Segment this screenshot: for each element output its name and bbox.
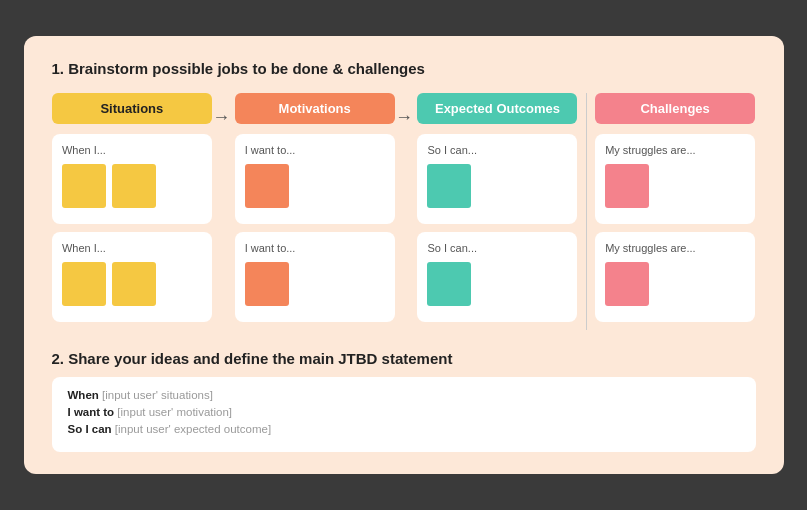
card-outcomes-1: So I can... xyxy=(417,134,577,224)
sticky-pink-1 xyxy=(605,164,649,208)
sticky-orange-1 xyxy=(245,164,289,208)
sticky-yellow-3 xyxy=(62,262,106,306)
header-expected-outcomes: Expected Outcomes xyxy=(417,93,577,124)
arrow-1-container: → xyxy=(212,93,234,128)
arrow-1-icon: → xyxy=(212,107,230,128)
header-motivations: Motivations xyxy=(235,93,395,124)
card-motivations-1: I want to... xyxy=(235,134,395,224)
stickies-outcomes-1 xyxy=(427,164,567,208)
column-situations: Situations When I... When I... xyxy=(52,93,213,330)
sticky-orange-2 xyxy=(245,262,289,306)
stickies-challenges-1 xyxy=(605,164,745,208)
section2-title: 2. Share your ideas and define the main … xyxy=(52,350,756,367)
column-motivations: Motivations I want to... I want to... xyxy=(234,93,395,330)
sticky-yellow-1 xyxy=(62,164,106,208)
stickies-motivations-2 xyxy=(245,262,385,306)
card-situations-1: When I... xyxy=(52,134,212,224)
arrow-2-icon: → xyxy=(395,107,413,128)
card-outcomes-2: So I can... xyxy=(417,232,577,322)
sticky-teal-2 xyxy=(427,262,471,306)
column-expected-outcomes: Expected Outcomes So I can... So I can..… xyxy=(417,93,578,330)
sticky-pink-2 xyxy=(605,262,649,306)
jtbd-when-placeholder: [input user' situations] xyxy=(102,389,213,401)
sticky-yellow-2 xyxy=(112,164,156,208)
card-label-outcomes-1: So I can... xyxy=(427,144,567,156)
jtbd-line-soican: So I can [input user' expected outcome] xyxy=(68,423,740,435)
jtbd-when-bold: When xyxy=(68,389,99,401)
stickies-situations-2 xyxy=(62,262,202,306)
brainstorm-area: Situations When I... When I... → xyxy=(52,93,756,330)
card-label-motivations-2: I want to... xyxy=(245,242,385,254)
main-card: 1. Brainstorm possible jobs to be done &… xyxy=(24,36,784,474)
card-label-challenges-1: My struggles are... xyxy=(605,144,745,156)
stickies-situations-1 xyxy=(62,164,202,208)
jtbd-line-iwant: I want to [input user' motivation] xyxy=(68,406,740,418)
header-situations: Situations xyxy=(52,93,212,124)
jtbd-iwant-bold: I want to xyxy=(68,406,115,418)
card-challenges-2: My struggles are... xyxy=(595,232,755,322)
card-label-situations-1: When I... xyxy=(62,144,202,156)
column-challenges: Challenges My struggles are... My strugg… xyxy=(595,93,756,330)
jtbd-soican-placeholder: [input user' expected outcome] xyxy=(115,423,271,435)
jtbd-box: When [input user' situations] I want to … xyxy=(52,377,756,452)
jtbd-line-when: When [input user' situations] xyxy=(68,389,740,401)
card-motivations-2: I want to... xyxy=(235,232,395,322)
stickies-outcomes-2 xyxy=(427,262,567,306)
card-label-outcomes-2: So I can... xyxy=(427,242,567,254)
sticky-teal-1 xyxy=(427,164,471,208)
card-label-situations-2: When I... xyxy=(62,242,202,254)
jtbd-iwant-placeholder: [input user' motivation] xyxy=(117,406,232,418)
stickies-challenges-2 xyxy=(605,262,745,306)
section2: 2. Share your ideas and define the main … xyxy=(52,350,756,452)
sticky-yellow-4 xyxy=(112,262,156,306)
card-situations-2: When I... xyxy=(52,232,212,322)
arrow-2-container: → xyxy=(395,93,417,128)
card-challenges-1: My struggles are... xyxy=(595,134,755,224)
section1-title: 1. Brainstorm possible jobs to be done &… xyxy=(52,60,756,77)
card-label-motivations-1: I want to... xyxy=(245,144,385,156)
divider-vertical xyxy=(586,93,587,330)
header-challenges: Challenges xyxy=(595,93,755,124)
jtbd-soican-bold: So I can xyxy=(68,423,112,435)
stickies-motivations-1 xyxy=(245,164,385,208)
card-label-challenges-2: My struggles are... xyxy=(605,242,745,254)
